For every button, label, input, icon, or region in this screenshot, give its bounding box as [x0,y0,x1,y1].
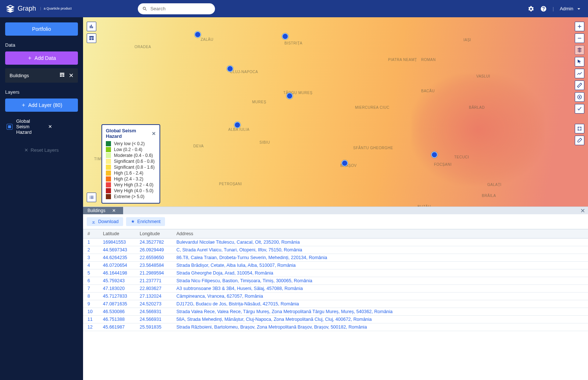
search-input[interactable] [150,6,211,11]
table-row[interactable]: 747.18302022.803627A3 subtronsoane 3B3 &… [83,285,588,293]
table-cell: 21.237771 [137,277,173,285]
table-row[interactable]: 645.75924321.237771Strada Nicu Filipescu… [83,277,588,285]
table-cell: 44.6264235 [100,254,137,262]
legend-label: Moderate (0.4 - 0.6) [114,153,153,158]
table-cell: 27.132024 [137,293,173,300]
admin-dropdown[interactable]: Admin [560,6,582,12]
table-row[interactable]: 947.087163524.520273DJ172G, Budacu de Jo… [83,300,588,308]
line-tool-button[interactable] [575,69,584,78]
map[interactable]: ZalăuOradeaBistrițaPiatra NeamțRomanIași… [83,17,588,207]
table-cell: 24.520273 [137,300,173,308]
layer-item[interactable]: Global Seism Hazard ✕ [5,115,78,139]
table-cell: 1 [83,239,100,246]
logo-icon [6,4,15,13]
map-marker[interactable] [286,93,293,99]
chart-view-button[interactable] [87,22,96,31]
layer-checkbox[interactable] [7,124,12,130]
table-header: Address [173,229,588,239]
map-marker[interactable] [194,31,201,38]
legend-label: High (1.6 - 2.4) [114,171,143,176]
table-cell: Strada Valea Rece, Valea Rece, Târgu Mur… [173,308,588,316]
table-row[interactable]: 845.712783327.132024Câmpineanca, Vrancea… [83,293,588,300]
legend-swatch [106,194,111,199]
chevron-down-icon [576,6,582,12]
help-icon[interactable] [540,6,547,12]
table-view-button[interactable] [87,33,96,43]
map-city-label: Galați [487,183,502,187]
close-icon: ✕ [24,147,28,153]
map-city-label: Miercurea Ciuc [355,105,390,110]
table-cell: C, Strada Aurel Vlaicu, Tunari, Otopeni,… [173,246,588,254]
reset-layers-button[interactable]: ✕ Reset Layers [5,147,78,153]
erase-tool-button[interactable] [575,136,584,145]
search-icon [142,6,147,12]
legend-row: Moderate (0.4 - 0.6) [106,153,156,158]
add-layer-button[interactable]: Add Layer (80) [5,98,78,112]
zoom-in-button[interactable] [575,22,584,31]
map-city-label: Focșani [434,162,452,166]
close-panel-icon[interactable]: ✕ [580,207,585,214]
close-icon[interactable]: ✕ [48,124,76,129]
map-marker[interactable] [341,160,348,166]
table-row[interactable]: 244.569734326.0929449C, Strada Aurel Vla… [83,246,588,254]
measure-tool-button[interactable] [575,80,584,90]
table-cell: 46.751388 [100,316,137,323]
search-box[interactable] [138,3,215,14]
table-cell: 46.0720654 [100,262,137,269]
download-button[interactable]: Download [87,217,123,226]
table-cell: 46.1644198 [100,269,137,277]
plus-icon [21,103,26,108]
close-icon[interactable]: ✕ [69,72,74,79]
table-cell: 23.5648584 [137,262,173,269]
map-city-label: Petroșani [219,182,242,186]
close-icon[interactable]: ✕ [112,208,116,213]
legend-row: Very High (3.2 - 4.0) [106,182,156,187]
legend-swatch [106,165,111,170]
map-marker[interactable] [234,122,241,128]
table-row[interactable]: 446.072065423.5648584Strada Brădișor, Ce… [83,262,588,269]
add-data-button[interactable]: Add Data [5,51,78,65]
table-cell: 45.759243 [100,277,137,285]
panel-tab-buildings[interactable]: Buildings ✕ [83,207,123,214]
table-cell: 4 [83,262,100,269]
app-header: Graph a Quarticle product | Admin [0,0,588,17]
table-cell: 24.566931 [137,316,173,323]
map-marker[interactable] [282,33,288,40]
table-row[interactable]: 1245.66198725.591835Strada Războieni, Ba… [83,323,588,331]
locate-button[interactable] [575,92,584,102]
map-city-label: Tecuci [454,155,469,159]
map-city-label: Iași [463,38,471,42]
table-cell: DJ172G, Budacu de Jos, Bistrița-Năsăud, … [173,300,588,308]
table-header: Latitude [100,229,137,239]
table-icon[interactable] [59,72,65,78]
table-row[interactable]: 546.164419821.2989594Strada Gheorghe Doj… [83,269,588,277]
legend-swatch [106,182,111,187]
polygon-tool-button[interactable] [575,124,584,133]
portfolio-button[interactable]: Portfolio [5,22,78,36]
table-row[interactable]: 1046.53008624.566931Strada Valea Rece, V… [83,308,588,316]
data-item-buildings[interactable]: Buildings ✕ [5,68,78,83]
legend-toggle-button[interactable] [87,193,96,202]
zoom-out-button[interactable] [575,33,584,43]
enrichment-button[interactable]: Enrichment [126,217,165,226]
table-cell: 11 [83,316,100,323]
legend-row: High (1.6 - 2.4) [106,171,156,176]
table-row[interactable]: 1146.75138824.56693158A, Strada Mehedinț… [83,316,588,323]
map-marker[interactable] [227,65,233,72]
map-marker[interactable] [431,151,438,158]
cursor-tool-button[interactable] [575,57,584,67]
table-header: # [83,229,100,239]
table-row[interactable]: 344.626423522.655965086.T8, Calea Traian… [83,254,588,262]
legend-label: Low (0.2 - 0.4) [114,147,142,152]
table-cell: 24.3527782 [137,239,173,246]
table-cell: Strada Gheorghe Doja, Arad, 310054, Româ… [173,269,588,277]
map-city-label: Piatra Neamț [388,58,417,62]
legend-title: Global Seism Hazard [106,128,152,139]
gear-icon[interactable] [528,6,534,12]
check-tool-button[interactable] [575,104,584,114]
table-cell: 45.7127833 [100,293,137,300]
table-row[interactable]: 116984155324.3527782Bulevardul Nicolae T… [83,239,588,246]
close-icon[interactable]: ✕ [152,131,156,136]
layers-button[interactable] [575,45,584,55]
table-cell: 21.2989594 [137,269,173,277]
